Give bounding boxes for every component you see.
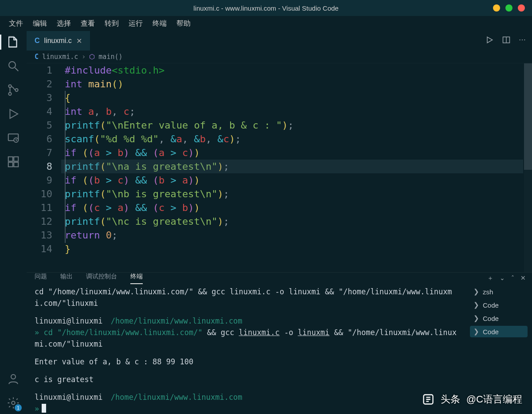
terminal-list-item[interactable]: ❯zsh: [470, 286, 528, 297]
terminal-prompt[interactable]: »: [35, 403, 458, 414]
scrollbar-thumb[interactable]: [524, 63, 532, 170]
code-line[interactable]: printf("\nb is greatest\n");: [65, 187, 532, 201]
run-file-icon[interactable]: [485, 35, 494, 46]
line-number: 4: [27, 105, 52, 118]
terminal-shell-icon: ❯: [473, 288, 479, 296]
breadcrumb-file[interactable]: linuxmi.c: [42, 53, 78, 61]
code-line[interactable]: int a, b, c;: [65, 105, 532, 118]
run-debug-icon[interactable]: [7, 107, 20, 121]
close-tab-icon[interactable]: ✕: [76, 37, 82, 45]
close-window-button[interactable]: [518, 4, 525, 12]
watermark: 头条 @C语言编程: [422, 393, 522, 406]
new-terminal-icon[interactable]: ＋: [487, 274, 493, 282]
code-line[interactable]: if ((c > a) && (c > b)): [65, 201, 532, 215]
menu-go[interactable]: 转到: [105, 19, 119, 28]
code-line[interactable]: printf("\nc is greatest\n");: [65, 215, 532, 228]
terminal-dropdown-icon[interactable]: ⌄: [500, 274, 505, 282]
code-line[interactable]: scanf("%d %d %d", &a, &b, &c);: [65, 132, 532, 146]
menu-edit[interactable]: 编辑: [33, 19, 47, 28]
code-line[interactable]: if ((b > c) && (b > a)): [65, 173, 532, 187]
terminal-list-label: Code: [483, 315, 499, 322]
terminal-line: cd "/home/linuxmi/www.linuxmi.com/" && g…: [35, 286, 458, 309]
remote-icon[interactable]: [7, 131, 20, 145]
code-line[interactable]: return 0;: [65, 228, 532, 242]
terminal-output[interactable]: cd "/home/linuxmi/www.linuxmi.com/" && g…: [27, 284, 466, 414]
menu-view[interactable]: 查看: [81, 19, 95, 28]
editor-tab[interactable]: C linuxmi.c ✕: [27, 31, 90, 51]
minimize-button[interactable]: [493, 4, 500, 12]
panel-tab-problems[interactable]: 问题: [35, 273, 47, 284]
source-control-icon[interactable]: [7, 83, 20, 97]
terminal-line: c is greatest: [35, 374, 458, 385]
svg-point-0: [9, 62, 16, 68]
tab-label: linuxmi.c: [44, 37, 72, 45]
breadcrumbs[interactable]: C linuxmi.c › ⬡ main(): [27, 51, 532, 63]
code-line[interactable]: #include<stdio.h>: [65, 63, 532, 77]
watermark-handle: @C语言编程: [466, 393, 522, 406]
settings-gear-icon[interactable]: 1: [7, 396, 20, 410]
terminal-cursor: [42, 404, 46, 413]
scrollbar[interactable]: [524, 63, 532, 272]
close-panel-icon[interactable]: ✕: [520, 274, 526, 282]
panel-tab-debug[interactable]: 调试控制台: [86, 273, 117, 284]
more-actions-icon[interactable]: ⋯: [519, 35, 526, 46]
line-number: 3: [27, 91, 52, 105]
menu-run[interactable]: 运行: [129, 19, 143, 28]
panel-tab-terminal[interactable]: 终端: [130, 273, 143, 284]
maximize-panel-icon[interactable]: ˄: [511, 274, 514, 282]
terminal-list-item[interactable]: ❯Code: [470, 312, 528, 324]
terminal-line: linuxmi@linuxmi /home/linuxmi/www.linuxm…: [35, 391, 458, 403]
code-line[interactable]: {: [65, 91, 532, 105]
code-line[interactable]: int main(): [65, 77, 532, 91]
line-number: 9: [27, 173, 52, 187]
svg-rect-7: [8, 162, 13, 167]
code-line[interactable]: printf("\nEnter value of a, b & c : ");: [65, 118, 532, 132]
line-number: 12: [27, 215, 52, 228]
breadcrumb-symbol[interactable]: main(): [98, 53, 122, 61]
menu-help[interactable]: 帮助: [176, 19, 191, 28]
menubar: 文件 编辑 选择 查看 转到 运行 终端 帮助: [0, 16, 532, 31]
symbol-icon: ⬡: [89, 53, 95, 61]
line-number: 14: [27, 242, 52, 256]
svg-rect-6: [8, 157, 13, 161]
menu-selection[interactable]: 选择: [57, 19, 71, 28]
activity-bar: 1: [0, 31, 27, 414]
line-number: 8: [27, 160, 52, 173]
line-number: 13: [27, 228, 52, 242]
maximize-button[interactable]: [505, 4, 512, 12]
terminal-list-item[interactable]: ❯Code: [470, 326, 528, 337]
terminal-line: Enter value of a, b & c : 88 99 100: [35, 356, 458, 367]
svg-rect-9: [14, 157, 18, 161]
indent-guide: [65, 91, 66, 243]
terminal-shell-icon: ❯: [473, 314, 479, 322]
code-line[interactable]: if ((a > b) && (a > c)): [65, 146, 532, 160]
titlebar: linuxmi.c - www.linuxmi.com - Visual Stu…: [0, 0, 532, 16]
svg-point-2: [8, 93, 11, 95]
menu-terminal[interactable]: 终端: [153, 19, 167, 28]
editor-tabs-row: C linuxmi.c ✕ ⋯: [27, 31, 532, 51]
terminal-line: linuxmi@linuxmi /home/linuxmi/www.linuxm…: [35, 315, 458, 327]
extensions-icon[interactable]: [7, 155, 20, 168]
code-editor[interactable]: 1234567891011121314 #include<stdio.h>int…: [27, 63, 532, 272]
terminal-list-item[interactable]: ❯Code: [470, 299, 528, 311]
line-number: 10: [27, 187, 52, 201]
svg-rect-8: [14, 162, 18, 167]
panel-tab-output[interactable]: 输出: [60, 273, 73, 284]
terminal-shell-icon: ❯: [473, 301, 479, 309]
c-file-icon: C: [35, 53, 39, 61]
explorer-icon[interactable]: [7, 35, 20, 49]
line-numbers: 1234567891011121314: [27, 63, 65, 272]
svg-point-3: [15, 89, 18, 91]
menu-file[interactable]: 文件: [9, 19, 23, 28]
current-line-highlight: [61, 160, 523, 173]
accounts-icon[interactable]: [7, 372, 20, 386]
split-editor-icon[interactable]: [502, 35, 511, 46]
terminal-list-label: Code: [483, 301, 499, 309]
toutiao-logo-icon: [422, 393, 434, 406]
search-icon[interactable]: [7, 59, 20, 73]
line-number: 1: [27, 63, 52, 77]
window-controls: [493, 4, 525, 12]
code-line[interactable]: }: [65, 242, 532, 256]
settings-badge: 1: [15, 404, 22, 411]
window-title: linuxmi.c - www.linuxmi.com - Visual Stu…: [193, 4, 338, 12]
